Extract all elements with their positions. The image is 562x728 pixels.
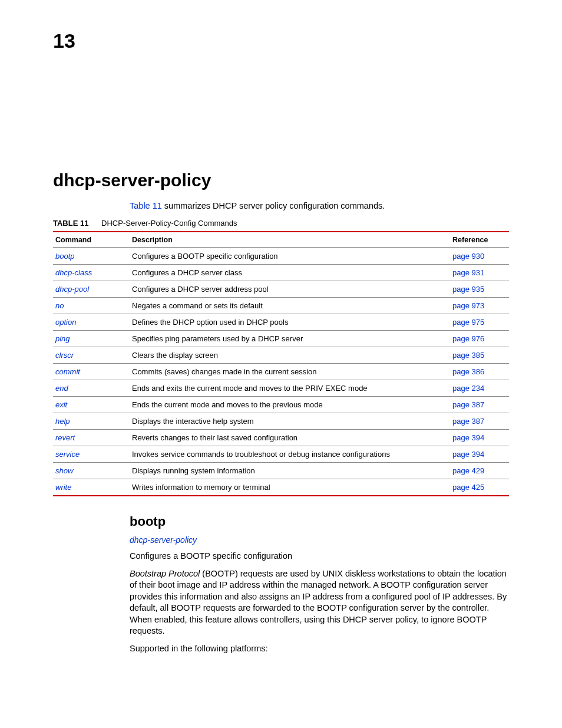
reference-link[interactable]: page 935: [452, 285, 484, 294]
reference-link[interactable]: page 931: [452, 268, 484, 277]
col-description: Description: [130, 232, 450, 248]
reference-link[interactable]: page 387: [452, 417, 484, 426]
col-reference: Reference: [450, 232, 509, 248]
description-cell: Specifies ping parameters used by a DHCP…: [130, 331, 450, 347]
reference-link[interactable]: page 394: [452, 450, 484, 459]
reference-link[interactable]: page 394: [452, 433, 484, 442]
table-row: serviceInvokes service commands to troub…: [53, 446, 509, 463]
reference-link[interactable]: page 976: [452, 334, 484, 343]
reference-link[interactable]: page 234: [452, 384, 484, 393]
table-caption-text: DHCP-Server-Policy-Config Commands: [101, 219, 237, 228]
command-link[interactable]: dhcp-class: [55, 268, 92, 277]
description-cell: Invokes service commands to troubleshoot…: [130, 446, 450, 463]
description-cell: Ends the current mode and moves to the p…: [130, 397, 450, 413]
description-cell: Configures a DHCP server address pool: [130, 281, 450, 298]
command-link[interactable]: option: [55, 318, 76, 327]
table-caption: TABLE 11 DHCP-Server-Policy-Config Comma…: [53, 219, 509, 228]
table-row: helpDisplays the interactive help system…: [53, 413, 509, 430]
paragraph-text: (BOOTP) requests are used by UNIX diskle…: [130, 569, 507, 636]
paragraph: Bootstrap Protocol (BOOTP) requests are …: [130, 568, 509, 637]
description-cell: Clears the display screen: [130, 347, 450, 364]
command-link[interactable]: no: [55, 301, 64, 310]
command-link[interactable]: help: [55, 417, 70, 426]
table-row: clrscrClears the display screenpage 385: [53, 347, 509, 364]
command-link[interactable]: revert: [55, 433, 75, 442]
table-row: revertReverts changes to their last save…: [53, 430, 509, 446]
reference-link[interactable]: page 930: [452, 252, 484, 261]
command-link[interactable]: service: [55, 450, 80, 459]
description-cell: Reverts changes to their last saved conf…: [130, 430, 450, 446]
reference-link[interactable]: page 975: [452, 318, 484, 327]
intro-paragraph: Table 11 summarizes DHCP server policy c…: [130, 201, 509, 210]
command-link[interactable]: dhcp-pool: [55, 285, 89, 294]
table-row: dhcp-classConfigures a DHCP server class…: [53, 265, 509, 281]
section-body: bootp dhcp-server-policy Configures a BO…: [130, 514, 509, 655]
reference-link[interactable]: page 385: [452, 351, 484, 360]
description-cell: Configures a BOOTP specific configuratio…: [130, 248, 450, 265]
description-cell: Negates a command or sets its default: [130, 298, 450, 314]
command-link[interactable]: bootp: [55, 252, 75, 261]
reference-link[interactable]: page 387: [452, 400, 484, 409]
chapter-number: 13: [53, 29, 509, 52]
description-cell: Defines the DHCP option used in DHCP poo…: [130, 314, 450, 331]
paragraph: Supported in the following platforms:: [130, 643, 509, 655]
table-row: pingSpecifies ping parameters used by a …: [53, 331, 509, 347]
description-cell: Writes information to memory or terminal: [130, 479, 450, 496]
command-link[interactable]: exit: [55, 400, 67, 409]
table-header-row: Command Description Reference: [53, 232, 509, 248]
description-cell: Displays running system information: [130, 463, 450, 479]
reference-link[interactable]: page 973: [452, 301, 484, 310]
command-link[interactable]: commit: [55, 367, 80, 376]
col-command: Command: [53, 232, 130, 248]
table-row: dhcp-poolConfigures a DHCP server addres…: [53, 281, 509, 298]
table-row: bootpConfigures a BOOTP specific configu…: [53, 248, 509, 265]
table-row: optionDefines the DHCP option used in DH…: [53, 314, 509, 331]
page-title: dhcp-server-policy: [53, 170, 509, 190]
page-container: 13 dhcp-server-policy Table 11 summarize…: [0, 0, 562, 696]
reference-link[interactable]: page 386: [452, 367, 484, 376]
description-cell: Ends and exits the current mode and move…: [130, 380, 450, 397]
table-row: noNegates a command or sets its defaultp…: [53, 298, 509, 314]
table-ref-link[interactable]: Table 11: [130, 201, 162, 210]
intro-text: summarizes DHCP server policy configurat…: [162, 201, 385, 210]
command-link[interactable]: clrscr: [55, 351, 74, 360]
command-link[interactable]: end: [55, 384, 68, 393]
paragraph: Configures a BOOTP specific configuratio…: [130, 551, 509, 562]
table-row: endEnds and exits the current mode and m…: [53, 380, 509, 397]
section-heading: bootp: [130, 514, 509, 529]
description-cell: Commits (saves) changes made in the curr…: [130, 364, 450, 380]
table-row: writeWrites information to memory or ter…: [53, 479, 509, 496]
description-cell: Configures a DHCP server class: [130, 265, 450, 281]
parent-link[interactable]: dhcp-server-policy: [130, 535, 509, 545]
reference-link[interactable]: page 425: [452, 483, 484, 492]
command-link[interactable]: write: [55, 483, 71, 492]
commands-table: Command Description Reference bootpConfi…: [53, 231, 509, 496]
table-row: showDisplays running system informationp…: [53, 463, 509, 479]
table-row: commitCommits (saves) changes made in th…: [53, 364, 509, 380]
description-cell: Displays the interactive help system: [130, 413, 450, 430]
table-label: TABLE 11: [53, 219, 88, 228]
command-link[interactable]: ping: [55, 334, 70, 343]
command-link[interactable]: show: [55, 466, 73, 475]
italic-term: Bootstrap Protocol: [130, 569, 200, 578]
table-row: exitEnds the current mode and moves to t…: [53, 397, 509, 413]
reference-link[interactable]: page 429: [452, 466, 484, 475]
